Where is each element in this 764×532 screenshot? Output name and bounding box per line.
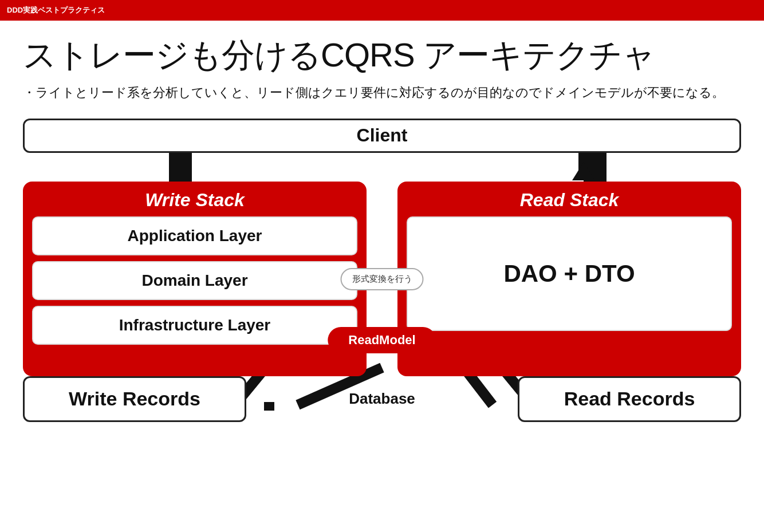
svg-marker-5 [572,162,595,180]
top-bar: DDD実践ベストプラクティス [0,0,764,21]
write-stack-label: Write Stack [32,190,357,211]
page-title: ストレージも分けるCQRS アーキテクチャ [23,37,741,73]
client-label: Client [357,125,408,146]
infrastructure-layer-box: Infrastructure Layer [32,306,357,345]
application-layer-label: Application Layer [128,227,262,245]
domain-layer-label: Domain Layer [141,271,247,290]
read-records-box: Read Records [518,376,741,422]
application-layer-box: Application Layer [32,216,357,255]
diagram: Client Write Stack Application Layer Dom… [23,119,741,422]
top-bar-text: DDD実践ベストプラクティス [7,5,105,15]
write-records-label: Write Records [69,388,200,410]
dao-dto-box: DAO + DTO [407,216,732,331]
read-records-label: Read Records [564,388,695,410]
readmodel-pill: ReadModel [328,327,436,353]
readmodel-label: ReadModel [348,333,415,347]
read-stack: Read Stack DAO + DTO [397,182,741,376]
write-stack: Write Stack Application Layer Domain Lay… [23,182,367,376]
client-box: Client [23,119,741,153]
svg-marker-10 [376,362,388,373]
dao-dto-label: DAO + DTO [503,260,635,287]
page-subtitle: ・ライトとリード系を分析していくと、リード側はクエリ要件に対応するのが目的なので… [23,82,741,103]
database-label: Database [349,390,415,407]
infrastructure-layer-label: Infrastructure Layer [119,316,271,334]
write-records-box: Write Records [23,376,246,422]
database-center: Database [349,390,415,408]
bubble-text: 形式変換を行う [352,274,412,283]
domain-layer-box: Domain Layer [32,261,357,300]
main-content: ストレージも分けるCQRS アーキテクチャ ・ライトとリード系を分析していくと、… [0,21,764,434]
format-conversion-bubble: 形式変換を行う [341,268,424,290]
read-stack-label: Read Stack [407,190,732,211]
bottom-section: Write Records Database Read Records [23,376,741,422]
